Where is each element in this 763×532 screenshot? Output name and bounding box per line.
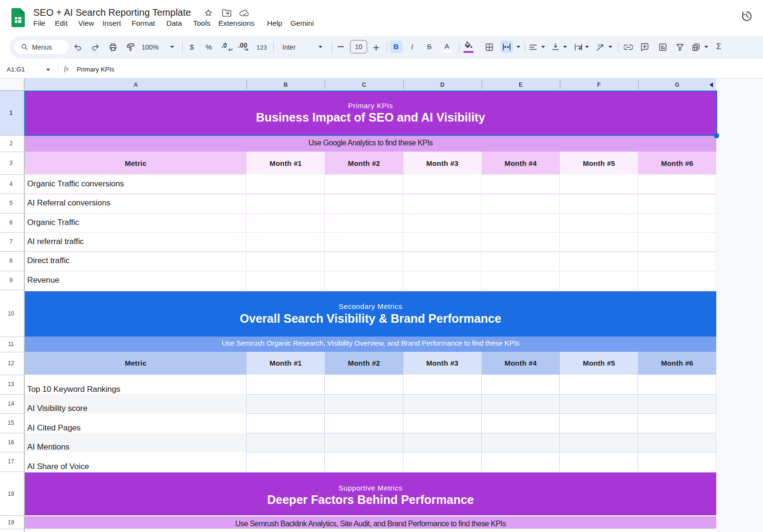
svg-text:A: A — [598, 43, 600, 48]
